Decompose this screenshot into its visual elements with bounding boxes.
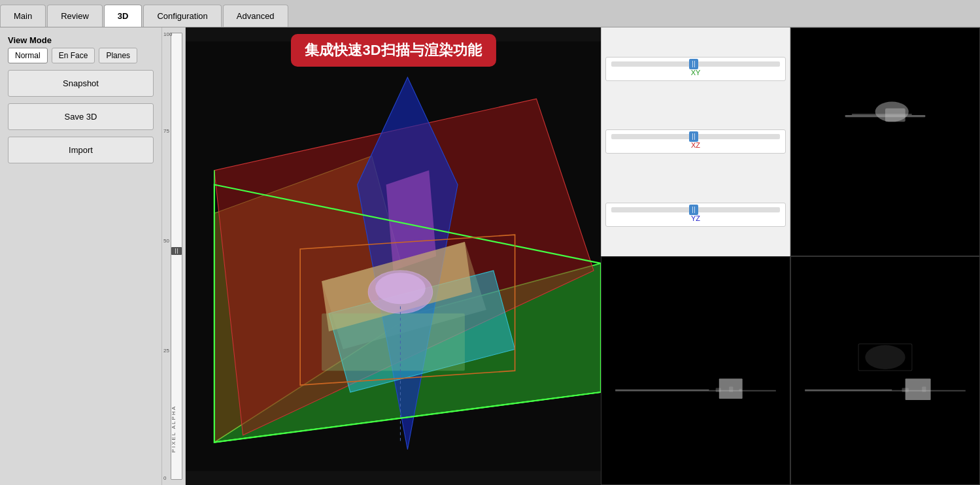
- pixel-alpha-ruler: 100 75 50 25 0 PIXEL ALPHA: [162, 27, 186, 485]
- svg-rect-26: [716, 388, 721, 392]
- scale-75: 75: [163, 128, 169, 134]
- svg-rect-28: [739, 389, 742, 392]
- top-right-svg: [791, 28, 979, 256]
- right-bottom-row: [601, 256, 980, 485]
- svg-rect-17: [792, 28, 979, 256]
- annotation-badge: 集成快速3D扫描与渲染功能: [290, 34, 496, 67]
- svg-rect-27: [729, 387, 733, 392]
- tab-configuration[interactable]: Configuration: [143, 5, 221, 27]
- scale-0: 0: [163, 475, 166, 481]
- pixel-alpha-label: PIXEL ALPHA: [171, 405, 177, 452]
- bottom-left-svg: [601, 257, 790, 484]
- sliders-panel: XY XZ: [601, 27, 790, 256]
- scale-100: 100: [163, 31, 172, 37]
- xy-slider-row: XY: [605, 57, 786, 81]
- svg-rect-34: [922, 387, 926, 392]
- yz-slider-track[interactable]: [611, 207, 780, 212]
- xy-slider-track[interactable]: [611, 61, 780, 67]
- yz-label: YZ: [691, 214, 700, 222]
- right-top-row: XY XZ: [601, 27, 980, 256]
- normal-button[interactable]: Normal: [8, 48, 48, 63]
- svg-rect-25: [615, 390, 709, 391]
- import-button[interactable]: Import: [8, 137, 154, 163]
- svg-rect-13: [322, 314, 465, 371]
- view-mode-label: View Mode: [8, 35, 154, 45]
- planes-button[interactable]: Planes: [99, 48, 137, 63]
- yz-slider-row: YZ: [605, 203, 786, 227]
- svg-point-36: [865, 345, 905, 369]
- svg-point-12: [375, 273, 426, 304]
- left-panel: View Mode Normal En Face Planes Snapshot…: [0, 27, 162, 485]
- top-right-scan-view: [790, 27, 980, 256]
- main-layout: View Mode Normal En Face Planes Snapshot…: [0, 27, 980, 485]
- svg-rect-22: [602, 257, 790, 484]
- tab-main[interactable]: Main: [0, 5, 46, 27]
- tab-review[interactable]: Review: [47, 5, 103, 27]
- bottom-left-scan-view: [601, 256, 790, 485]
- 3d-scene-svg: [186, 27, 601, 485]
- bottom-right-scan-view: [790, 256, 980, 485]
- svg-rect-21: [885, 109, 905, 122]
- svg-rect-31: [905, 378, 931, 400]
- snapshot-button[interactable]: Snapshot: [8, 70, 154, 97]
- view-mode-buttons: Normal En Face Planes: [8, 48, 154, 63]
- tab-advanced[interactable]: Advanced: [223, 5, 288, 27]
- xz-slider-track[interactable]: [611, 134, 780, 139]
- xz-slider-row: XZ: [605, 129, 786, 154]
- xz-label: XZ: [691, 141, 700, 149]
- scale-25: 25: [163, 348, 169, 354]
- bottom-right-svg: [791, 257, 979, 484]
- viewport-3d[interactable]: 集成快速3D扫描与渲染功能: [186, 27, 601, 485]
- svg-rect-33: [902, 388, 909, 392]
- save-3d-button[interactable]: Save 3D: [8, 103, 154, 130]
- tab-bar: Main Review 3D Configuration Advanced: [0, 0, 980, 27]
- svg-rect-32: [805, 390, 892, 391]
- scale-50: 50: [163, 238, 169, 244]
- en-face-button[interactable]: En Face: [52, 48, 95, 63]
- tab-3d[interactable]: 3D: [104, 5, 143, 27]
- right-section: XY XZ: [601, 27, 980, 485]
- xy-label: XY: [691, 69, 701, 76]
